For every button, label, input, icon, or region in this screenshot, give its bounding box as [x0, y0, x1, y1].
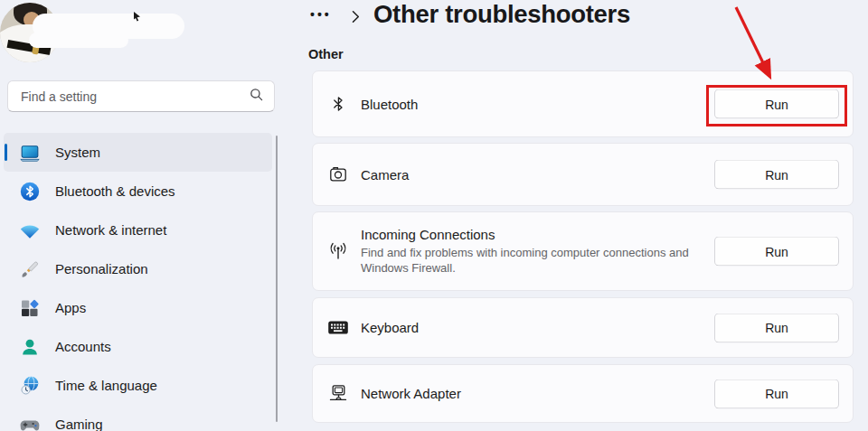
sidebar-item-label: Time & language — [55, 378, 157, 393]
sidebar-item-label: Bluetooth & devices — [55, 183, 175, 199]
sidebar-item-label: Network & internet — [55, 222, 166, 238]
page-title: Other troubleshooters — [373, 0, 630, 29]
sidebar-item-apps[interactable]: Apps — [4, 288, 272, 327]
bluetooth-icon — [19, 181, 41, 202]
troubleshooter-row-incoming-connections: Incoming Connections Find and fix proble… — [312, 211, 854, 291]
time-language-icon — [19, 375, 41, 397]
network-adapter-icon — [326, 382, 350, 406]
redaction-blob — [29, 33, 128, 48]
sidebar-item-bluetooth-devices[interactable]: Bluetooth & devices — [4, 172, 272, 211]
network-icon — [19, 220, 41, 241]
row-label: Keyboard — [361, 320, 419, 335]
search-input[interactable] — [21, 89, 250, 104]
sidebar-item-network-internet[interactable]: Network & internet — [4, 211, 272, 249]
antenna-icon — [326, 239, 350, 263]
row-description: Find and fix problems with incoming comp… — [361, 245, 693, 276]
row-label: Camera — [361, 167, 409, 183]
breadcrumb-ellipsis-button[interactable]: ••• — [310, 7, 332, 22]
row-label: Network Adapter — [361, 386, 461, 401]
cursor-mark-icon — [133, 9, 142, 25]
run-button-keyboard[interactable]: Run — [714, 313, 839, 342]
settings-window: System Bluetooth & devices Network & int… — [0, 0, 868, 431]
sidebar-item-time-language[interactable]: Time & language — [4, 366, 272, 405]
keyboard-icon — [326, 316, 350, 340]
search-icon — [250, 88, 263, 105]
sidebar-item-label: Accounts — [55, 339, 111, 354]
accounts-icon — [19, 336, 41, 358]
apps-icon — [19, 297, 41, 319]
chevron-right-icon — [352, 10, 360, 27]
troubleshooter-row-bluetooth: Bluetooth Run — [312, 70, 854, 137]
section-label: Other — [308, 47, 344, 61]
search-box[interactable] — [7, 80, 275, 112]
sidebar-item-label: System — [55, 145, 100, 160]
run-button-bluetooth[interactable]: Run — [714, 89, 839, 119]
sidebar-item-gaming[interactable]: Gaming — [4, 405, 272, 431]
sidebar-item-label: Gaming — [55, 417, 103, 431]
sidebar-item-label: Apps — [55, 300, 86, 315]
gaming-icon — [19, 414, 41, 431]
bluetooth-glyph-icon — [326, 92, 350, 116]
sidebar-item-personalization[interactable]: Personalization — [4, 249, 272, 288]
sidebar-item-accounts[interactable]: Accounts — [4, 327, 272, 366]
personalization-icon — [19, 258, 41, 280]
sidebar-scrollbar[interactable] — [276, 136, 278, 422]
selected-indicator — [5, 144, 7, 161]
run-button-camera[interactable]: Run — [714, 160, 839, 190]
sidebar-item-system[interactable]: System — [4, 133, 272, 172]
row-label: Bluetooth — [361, 97, 418, 112]
troubleshooter-row-keyboard: Keyboard Run — [312, 297, 854, 358]
troubleshooter-row-network-adapter: Network Adapter Run — [312, 364, 854, 423]
troubleshooter-row-camera: Camera Run — [312, 143, 854, 206]
camera-icon — [326, 163, 350, 186]
system-icon — [19, 142, 41, 164]
run-button-network-adapter[interactable]: Run — [714, 379, 839, 408]
sidebar-nav: System Bluetooth & devices Network & int… — [4, 133, 272, 431]
sidebar-item-label: Personalization — [55, 261, 148, 276]
row-label: Incoming Connections — [361, 227, 693, 242]
run-button-incoming-connections[interactable]: Run — [714, 237, 839, 267]
